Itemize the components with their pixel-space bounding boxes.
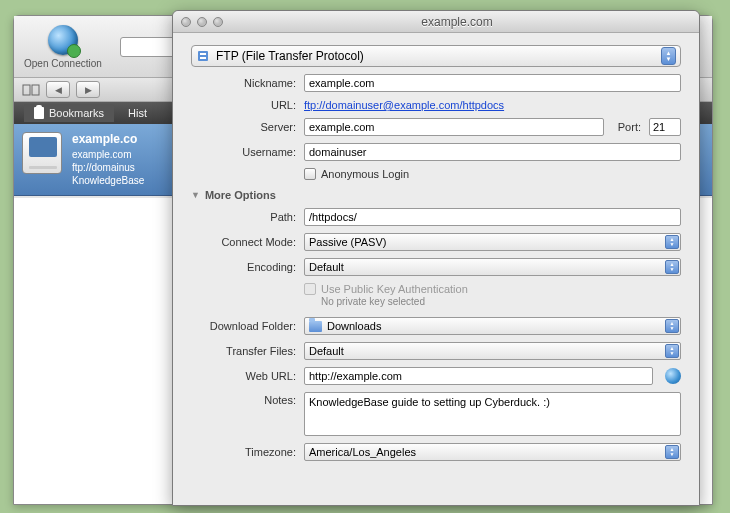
protocol-dropdown[interactable]: FTP (File Transfer Protocol) ▲▼ xyxy=(191,45,681,67)
zoom-icon[interactable] xyxy=(213,17,223,27)
open-connection-button[interactable]: Open Connection xyxy=(24,25,102,69)
notes-textarea[interactable] xyxy=(304,392,681,436)
path-label: Path: xyxy=(191,211,296,223)
server-label: Server: xyxy=(191,121,296,133)
bookmarks-tab-label: Bookmarks xyxy=(49,107,104,119)
transfer-files-label: Transfer Files: xyxy=(191,345,296,357)
dropdown-arrows-icon: ▲▼ xyxy=(661,47,676,65)
username-input[interactable] xyxy=(304,143,681,161)
globe-icon[interactable] xyxy=(665,368,681,384)
dropdown-arrows-icon: ▲▼ xyxy=(665,260,679,274)
close-icon[interactable] xyxy=(181,17,191,27)
svg-rect-2 xyxy=(198,51,208,61)
history-tab-label[interactable]: Hist xyxy=(128,107,147,119)
nav-forward-button[interactable]: ▶ xyxy=(76,81,100,98)
anonymous-label: Anonymous Login xyxy=(321,168,409,180)
connect-mode-select[interactable]: Passive (PASV) ▲▼ xyxy=(304,233,681,251)
download-folder-label: Download Folder: xyxy=(191,320,296,332)
bookmark-note: KnowledgeBase xyxy=(72,174,144,187)
download-folder-select[interactable]: Downloads ▲▼ xyxy=(304,317,681,335)
transfer-files-select[interactable]: Default ▲▼ xyxy=(304,342,681,360)
open-connection-label: Open Connection xyxy=(24,58,102,69)
pubkey-label: Use Public Key Authentication xyxy=(321,283,468,295)
bookmark-icon xyxy=(34,107,44,119)
bookmark-url: ftp://domainus xyxy=(72,161,144,174)
timezone-label: Timezone: xyxy=(191,446,296,458)
bookmarks-tab[interactable]: Bookmarks xyxy=(24,104,114,122)
port-label: Port: xyxy=(618,121,641,133)
web-url-input[interactable] xyxy=(304,367,653,385)
nav-back-button[interactable]: ◀ xyxy=(46,81,70,98)
svg-rect-0 xyxy=(23,85,30,95)
encoding-label: Encoding: xyxy=(191,261,296,273)
pubkey-checkbox: Use Public Key Authentication xyxy=(304,283,468,295)
url-label: URL: xyxy=(191,99,296,111)
more-options-label: More Options xyxy=(205,189,276,201)
drive-icon xyxy=(22,132,62,174)
dropdown-arrows-icon: ▲▼ xyxy=(665,319,679,333)
dropdown-arrows-icon: ▲▼ xyxy=(665,344,679,358)
svg-rect-3 xyxy=(200,53,206,55)
bookmark-host: example.com xyxy=(72,148,144,161)
dialog-title: example.com xyxy=(223,15,691,29)
book-icon[interactable] xyxy=(22,83,40,97)
dropdown-arrows-icon: ▲▼ xyxy=(665,445,679,459)
timezone-select[interactable]: America/Los_Angeles ▲▼ xyxy=(304,443,681,461)
more-options-disclosure[interactable]: ▼ More Options xyxy=(191,189,681,201)
checkbox-icon xyxy=(304,283,316,295)
nickname-input[interactable] xyxy=(304,74,681,92)
web-url-label: Web URL: xyxy=(191,370,296,382)
disclosure-triangle-icon: ▼ xyxy=(191,190,200,200)
url-link[interactable]: ftp://domainuser@example.com/httpdocs xyxy=(304,99,504,111)
connection-dialog: example.com FTP (File Transfer Protocol)… xyxy=(172,10,700,506)
username-label: Username: xyxy=(191,146,296,158)
svg-rect-1 xyxy=(32,85,39,95)
checkbox-icon xyxy=(304,168,316,180)
nickname-label: Nickname: xyxy=(191,77,296,89)
globe-plus-icon xyxy=(48,25,78,55)
bookmark-title: example.co xyxy=(72,132,144,148)
dropdown-arrows-icon: ▲▼ xyxy=(665,235,679,249)
minimize-icon[interactable] xyxy=(197,17,207,27)
svg-rect-4 xyxy=(200,57,206,59)
port-input[interactable] xyxy=(649,118,681,136)
protocol-label: FTP (File Transfer Protocol) xyxy=(216,49,661,63)
ftp-icon xyxy=(196,49,210,63)
folder-icon xyxy=(309,321,322,332)
anonymous-checkbox[interactable]: Anonymous Login xyxy=(304,168,409,180)
no-private-key-note: No private key selected xyxy=(321,296,681,307)
dialog-titlebar[interactable]: example.com xyxy=(173,11,699,33)
encoding-select[interactable]: Default ▲▼ xyxy=(304,258,681,276)
path-input[interactable] xyxy=(304,208,681,226)
server-input[interactable] xyxy=(304,118,604,136)
notes-label: Notes: xyxy=(191,392,296,406)
connect-mode-label: Connect Mode: xyxy=(191,236,296,248)
